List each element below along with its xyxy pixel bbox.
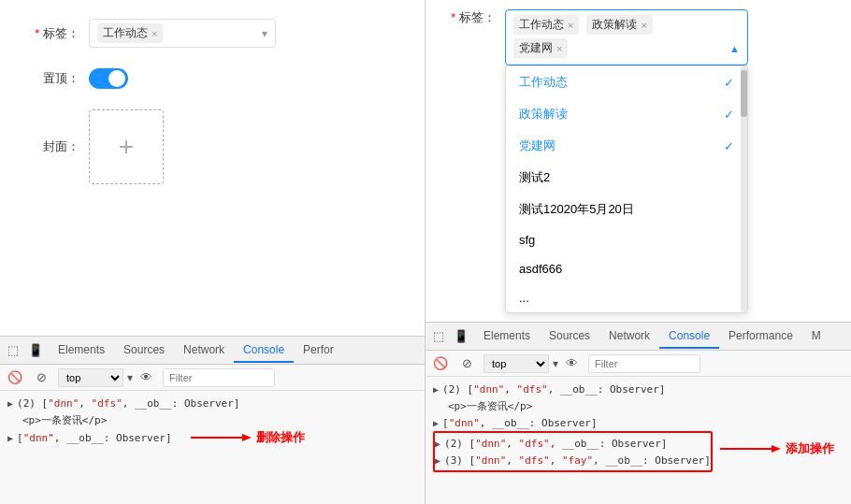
left-tag-1-close[interactable]: × [151,28,157,39]
expand-arrow[interactable]: ▶ [435,439,440,449]
left-pause-icon[interactable]: ⊘ [32,368,50,387]
right-devtools-tabs: ⬚ 📱 Elements Sources Network Console Per… [426,323,851,351]
left-tab-console[interactable]: Console [234,338,294,363]
right-devtools: ⬚ 📱 Elements Sources Network Console Per… [426,322,851,504]
left-form-area: 标签： 工作动态 × ▾ 置顶： 封面： + [0,0,425,336]
expand-arrow[interactable]: ▶ [433,384,439,395]
right-tab-console[interactable]: Console [659,324,719,349]
right-tab-performance[interactable]: Performance [719,324,802,349]
left-tags-label: 标签： [28,25,79,42]
right-tab-network[interactable]: Network [599,324,659,349]
check-icon-1: ✓ [724,76,734,90]
right-devtools-toolbar: 🚫 ⊘ top ▾ 👁 [426,351,851,377]
expand-arrow[interactable]: ▶ [433,418,439,428]
left-tab-network[interactable]: Network [174,338,234,363]
console-line: ▶ (2) ["dnn", "dfs", __ob__: Observer] [7,395,417,411]
right-annotated-group: ▶ (2) ["dnn", "dfs", __ob__: Observer] ▶… [433,431,844,472]
left-devtools-inspect-icon[interactable]: ⬚ [4,341,22,360]
right-tags-second-row: 党建网 × ▲ [513,38,740,58]
dropdown-item-2[interactable]: 政策解读 ✓ [506,98,747,130]
console-text: ["dnn", __ob__: Observer] [17,432,172,444]
left-tag-input[interactable]: 工作动态 × ▾ [89,19,276,48]
right-dropdown-list: 工作动态 ✓ 政策解读 ✓ 党建网 ✓ 测试2 测试12 [505,65,748,313]
right-console-line-3: ▶ ["dnn", __ob__: Observer] [433,414,844,431]
left-tags-row: 标签： 工作动态 × ▾ [28,19,397,48]
left-tab-elements[interactable]: Elements [49,338,114,363]
right-tags-expand-icon[interactable]: ▲ [729,43,740,54]
left-tag-1: 工作动态 × [97,23,163,43]
right-console-line-4: ▶ (2) ["dnn", "dfs", __ob__: Observer] [435,435,711,452]
check-icon-2: ✓ [724,108,734,122]
dropdown-item-1[interactable]: 工作动态 ✓ [506,66,747,98]
right-tag-1-close[interactable]: × [568,20,573,31]
left-panel: 标签： 工作动态 × ▾ 置顶： 封面： + ⬚ 📱 Ele [0,0,426,504]
right-panel: 标签： 工作动态 × 政策解读 × [426,0,851,504]
right-tags-row-inner: 工作动态 × 政策解读 × [513,15,740,35]
left-cover-upload[interactable]: + [89,109,164,184]
right-context-select[interactable]: top [483,354,549,373]
right-tags-multi-box[interactable]: 工作动态 × 政策解读 × 党建网 × ▲ [505,9,748,65]
right-tab-m[interactable]: M [802,324,830,349]
dropdown-item-6[interactable]: sfg [506,225,747,254]
left-tab-perfor[interactable]: Perfor [294,338,343,363]
right-tag-3: 党建网 × [513,38,568,58]
expand-arrow[interactable]: ▶ [435,455,440,466]
expand-arrow[interactable]: ▶ [7,433,13,443]
left-console-output: ▶ (2) ["dnn", "dfs", __ob__: Observer] <… [0,391,425,504]
left-top-row: 置顶： [28,68,397,89]
right-tag-2-close[interactable]: × [641,20,646,31]
left-eye-icon[interactable]: 👁 [137,368,155,387]
right-dropdown-icon[interactable]: ▾ [553,357,558,370]
dropdown-item-7[interactable]: asdf666 [506,254,747,283]
console-line: <p>一条资讯</p> [7,411,417,428]
delete-annotation: 删除操作 [191,429,305,446]
right-tags-label: 标签： [444,9,496,26]
left-context-select[interactable]: top [58,368,123,387]
left-clear-icon[interactable]: 🚫 [6,368,24,387]
svg-marker-3 [772,445,781,453]
expand-arrow[interactable]: ▶ [7,398,13,409]
right-console-line-1: ▶ (2) ["dnn", "dfs", __ob__: Observer] [433,381,844,397]
dropdown-scrollbar[interactable] [741,66,747,312]
check-icon-3: ✓ [724,139,734,153]
dropdown-item-8[interactable]: ... [506,283,747,312]
left-toggle-switch[interactable] [89,68,128,89]
right-eye-icon[interactable]: 👁 [562,354,581,373]
right-devtools-inspect-icon[interactable]: ⬚ [429,327,448,346]
right-console-line-2: <p>一条资讯</p> [433,397,844,414]
dropdown-scrollbar-thumb[interactable] [741,70,747,117]
right-console-line-5: ▶ (3) ["dnn", "dfs", "fay", __ob__: Obse… [435,452,711,468]
right-pause-icon[interactable]: ⊘ [457,354,476,373]
right-tag-3-close[interactable]: × [556,43,562,54]
left-devtools-tabs: ⬚ 📱 Elements Sources Network Console Per… [0,337,425,365]
left-cover-label: 封面： [28,138,79,155]
right-clear-icon[interactable]: 🚫 [431,354,450,373]
add-label: 添加操作 [786,440,834,457]
right-tab-sources[interactable]: Sources [540,324,599,349]
left-filter-input[interactable] [163,368,275,387]
left-devtools: ⬚ 📱 Elements Sources Network Console Per… [0,336,425,504]
left-tab-sources[interactable]: Sources [114,338,174,363]
dropdown-item-5[interactable]: 测试12020年5月20日 [506,194,747,225]
right-console-output: ▶ (2) ["dnn", "dfs", __ob__: Observer] <… [426,377,851,504]
dropdown-item-4[interactable]: 测试2 [506,162,747,194]
left-top-label: 置顶： [28,70,79,87]
right-tag-1: 工作动态 × [513,15,579,35]
add-arrow-svg [720,441,786,456]
console-text: (2) ["dnn", "dfs", __ob__: Observer] [17,397,239,410]
left-dropdown-icon[interactable]: ▾ [127,371,133,384]
delete-label: 删除操作 [256,429,305,446]
left-devtools-toolbar: 🚫 ⊘ top ▾ 👁 [0,365,425,391]
left-cover-row: 封面： + [28,109,397,184]
right-tags-container: 工作动态 × 政策解读 × 党建网 × ▲ [505,9,748,65]
svg-marker-1 [242,434,252,441]
delete-arrow-svg [191,430,256,445]
right-devtools-device-icon[interactable]: 📱 [452,327,470,346]
right-tags-row: 标签： 工作动态 × 政策解读 × [444,9,832,65]
right-tab-elements[interactable]: Elements [474,324,540,349]
left-tag-dropdown-arrow[interactable]: ▾ [262,27,267,40]
right-tag-2: 政策解读 × [586,15,652,35]
left-devtools-device-icon[interactable]: 📱 [26,341,45,360]
right-filter-input[interactable] [588,354,700,373]
dropdown-item-3[interactable]: 党建网 ✓ [506,130,747,162]
